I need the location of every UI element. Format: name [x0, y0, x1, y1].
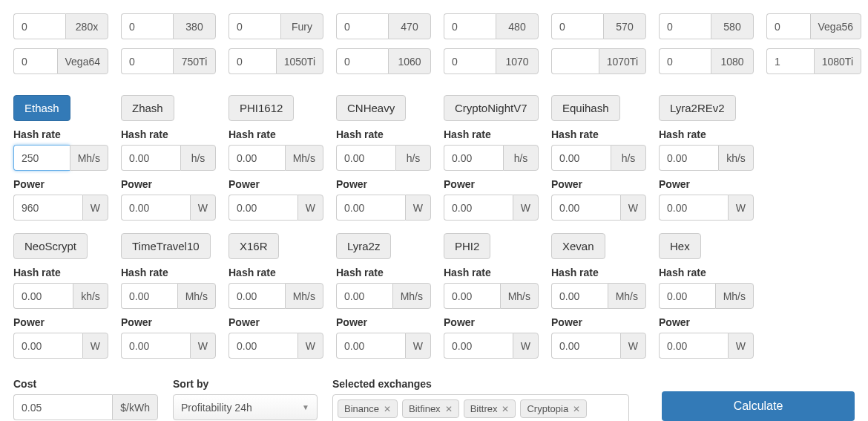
power-input[interactable] [551, 195, 620, 221]
hashrate-input[interactable] [228, 145, 285, 171]
hashrate-label: Hash rate [336, 128, 431, 140]
gpu-count-input[interactable] [766, 13, 810, 39]
gpu-model-label: 580 [711, 13, 754, 39]
hashrate-input[interactable] [551, 145, 611, 171]
hashrate-input-group: kh/s [659, 145, 754, 171]
gpu-count-input[interactable] [228, 48, 276, 74]
power-input[interactable] [659, 195, 728, 221]
gpu-input-group: Vega56 [766, 13, 861, 39]
gpu-count-input[interactable] [766, 48, 814, 74]
hashrate-input[interactable] [228, 283, 285, 309]
gpu-count-input[interactable] [444, 13, 496, 39]
power-input[interactable] [121, 195, 190, 221]
hashrate-input[interactable] [336, 145, 395, 171]
gpu-count-input[interactable] [551, 48, 599, 74]
cost-input-group: $/kWh [13, 394, 158, 420]
hashrate-unit: kh/s [73, 283, 108, 309]
exchange-tag[interactable]: Cryptopia✕ [520, 399, 587, 418]
hashrate-label: Hash rate [228, 267, 323, 278]
hashrate-unit: Mh/s [500, 283, 539, 309]
gpu-count-input[interactable] [121, 13, 173, 39]
power-unit: W [728, 195, 754, 221]
hashrate-input[interactable] [336, 283, 392, 309]
hashrate-input[interactable] [13, 145, 70, 171]
power-input[interactable] [336, 333, 405, 359]
power-input[interactable] [336, 195, 405, 221]
chevron-down-icon: ▼ [302, 403, 309, 411]
power-input[interactable] [228, 333, 297, 359]
gpu-count-input[interactable] [336, 13, 388, 39]
power-input[interactable] [444, 333, 513, 359]
gpu-count-input[interactable] [121, 48, 173, 74]
algo-block: NeoScryptHash ratekh/sPowerW [13, 233, 108, 359]
algo-button[interactable]: Lyra2REv2 [659, 95, 736, 121]
cost-input[interactable] [13, 394, 112, 420]
algo-button[interactable]: Hex [659, 233, 701, 259]
exchanges-box[interactable]: Binance✕Bitfinex✕Bittrex✕Cryptopia✕HitBT… [332, 394, 629, 421]
gpu-input-group: 470 [336, 13, 431, 39]
power-input[interactable] [659, 333, 728, 359]
power-input[interactable] [13, 333, 82, 359]
hashrate-input-group: h/s [551, 145, 646, 171]
gpu-count-input[interactable] [228, 13, 280, 39]
algo-button[interactable]: PHI1612 [228, 95, 294, 121]
hashrate-input[interactable] [659, 283, 715, 309]
algo-button[interactable]: PHI2 [444, 233, 490, 259]
algo-button[interactable]: Xevan [551, 233, 605, 259]
gpu-count-input[interactable] [659, 48, 711, 74]
algo-button[interactable]: TimeTravel10 [121, 233, 211, 259]
power-label: Power [659, 316, 754, 328]
gpu-count-input[interactable] [444, 48, 496, 74]
algo-button[interactable]: Lyra2z [336, 233, 391, 259]
gpu-count-input[interactable] [13, 48, 57, 74]
gpu-model-label: Fury [280, 13, 323, 39]
hashrate-input[interactable] [444, 145, 503, 171]
power-label: Power [444, 316, 539, 328]
power-input[interactable] [228, 195, 297, 221]
algo-button[interactable]: Ethash [13, 95, 70, 121]
hashrate-input[interactable] [659, 145, 718, 171]
gpu-count-input[interactable] [336, 48, 388, 74]
sort-by-select[interactable]: Profitability 24h ▼ [173, 394, 318, 420]
hashrate-unit: h/s [180, 145, 216, 171]
gpu-input-group: 1050Ti [228, 48, 323, 74]
hashrate-input[interactable] [121, 145, 180, 171]
algo-button[interactable]: CryptoNightV7 [444, 95, 539, 121]
calculate-button[interactable]: Calculate [662, 391, 855, 421]
exchange-tag[interactable]: Bitfinex✕ [402, 399, 459, 418]
close-icon[interactable]: ✕ [573, 404, 580, 414]
gpu-input-group: 480 [444, 13, 539, 39]
close-icon[interactable]: ✕ [502, 404, 509, 414]
close-icon[interactable]: ✕ [384, 404, 391, 414]
close-icon[interactable]: ✕ [445, 404, 453, 414]
algo-button[interactable]: Equihash [551, 95, 620, 121]
algo-button[interactable]: Zhash [121, 95, 174, 121]
power-input-group: W [13, 195, 108, 221]
hashrate-input[interactable] [444, 283, 500, 309]
algo-button[interactable]: NeoScrypt [13, 233, 88, 259]
exchange-tag[interactable]: Bittrex✕ [464, 399, 516, 418]
gpu-count-input[interactable] [659, 13, 711, 39]
gpu-model-label: Vega56 [810, 13, 862, 39]
gpu-count-input[interactable] [13, 13, 65, 39]
power-label: Power [121, 178, 216, 190]
algo-block: TimeTravel10Hash rateMh/sPowerW [121, 233, 216, 359]
hashrate-input[interactable] [121, 283, 177, 309]
power-input[interactable] [121, 333, 190, 359]
power-input[interactable] [13, 195, 82, 221]
algo-button[interactable]: X16R [228, 233, 279, 259]
hashrate-input-group: Mh/s [336, 283, 431, 309]
hashrate-label: Hash rate [121, 128, 216, 140]
hashrate-input[interactable] [13, 283, 73, 309]
power-input-group: W [444, 195, 539, 221]
algo-button[interactable]: CNHeavy [336, 95, 406, 121]
exchange-tag[interactable]: Binance✕ [338, 399, 398, 418]
power-input[interactable] [551, 333, 620, 359]
hashrate-input[interactable] [551, 283, 608, 309]
power-input[interactable] [444, 195, 513, 221]
power-input-group: W [659, 195, 754, 221]
gpu-count-input[interactable] [551, 13, 603, 39]
power-input-group: W [121, 333, 216, 359]
algo-block: X16RHash rateMh/sPowerW [228, 233, 323, 359]
power-label: Power [551, 178, 646, 190]
